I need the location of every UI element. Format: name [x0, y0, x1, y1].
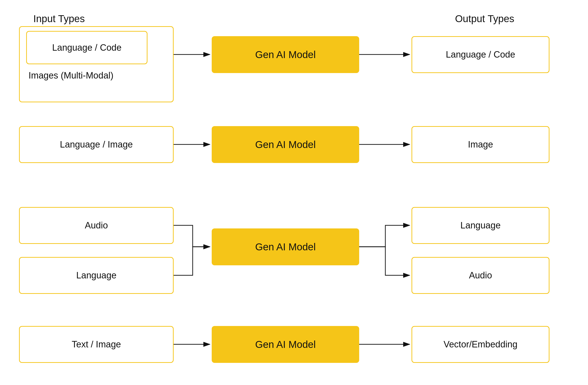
row4-model-label: Gen AI Model: [255, 339, 316, 350]
output-types-label: Output Types: [455, 13, 514, 24]
row3-lang-output-label: Language: [460, 220, 501, 231]
row4-input-label: Text / Image: [72, 339, 121, 350]
row3-audio-output-label: Audio: [469, 270, 492, 280]
row3-audio-input-box: Audio: [19, 207, 174, 244]
row3-model-box: Gen AI Model: [212, 228, 359, 265]
row2-model-box: Gen AI Model: [212, 126, 359, 163]
row2-output-box: Image: [412, 126, 549, 163]
row4-model-box: Gen AI Model: [212, 326, 359, 363]
row4-input-box: Text / Image: [19, 326, 174, 363]
row3-lang-input-label: Language: [76, 270, 116, 280]
row1-output-label: Language / Code: [446, 49, 515, 60]
row1-model-box: Gen AI Model: [212, 36, 359, 73]
row3-model-label: Gen AI Model: [255, 241, 316, 253]
row2-model-label: Gen AI Model: [255, 139, 316, 150]
row1-input-inner-label: Language / Code: [52, 43, 122, 53]
row3-lang-output-box: Language: [412, 207, 549, 244]
row1-images-label: Images (Multi-Modal): [29, 70, 113, 81]
row1-model-label: Gen AI Model: [255, 49, 316, 61]
row3-audio-output-box: Audio: [412, 257, 549, 294]
row1-inner-input-box: Language / Code: [26, 31, 147, 64]
diagram-container: Input Types Output Types Language / Code…: [0, 0, 588, 385]
row2-input-box: Language / Image: [19, 126, 174, 163]
row2-output-label: Image: [468, 139, 493, 150]
row4-output-box: Vector/Embedding: [412, 326, 549, 363]
input-types-label: Input Types: [33, 13, 85, 24]
row4-output-label: Vector/Embedding: [444, 339, 518, 350]
row3-lang-input-box: Language: [19, 257, 174, 294]
row1-output-box: Language / Code: [412, 36, 549, 73]
row2-input-label: Language / Image: [60, 139, 133, 150]
row3-audio-input-label: Audio: [85, 220, 108, 231]
